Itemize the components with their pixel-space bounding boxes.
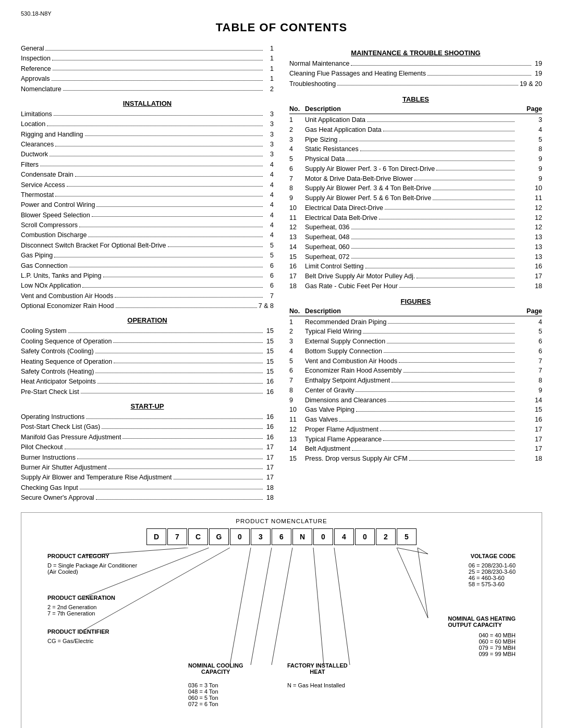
toc-item-label: Inspection (21, 54, 51, 64)
toc-item-label: Vent and Combustion Air Hoods (21, 291, 113, 301)
table-list-item: 14Belt Adjustment17 (289, 444, 542, 454)
toc-item-label: Gas Piping (21, 251, 53, 261)
table-item-no: 5 (289, 356, 305, 366)
toc-item-page: 4 (264, 180, 274, 190)
toc-item-page: 16 (264, 387, 274, 397)
nom-box: G (209, 528, 229, 545)
table-item-no: 16 (289, 262, 305, 272)
toc-list-item: Approvals1 (21, 74, 274, 84)
tables-entries: 1Unit Application Data32Gas Heat Applica… (289, 115, 542, 291)
toc-item-label: Gas Connection (21, 261, 68, 271)
toc-item-label: Optional Economizer Rain Hood (21, 301, 114, 311)
nom-box: 0 (355, 528, 375, 545)
toc-item-page: 16 (264, 412, 274, 422)
figures-header: No. Description Page (289, 307, 542, 316)
toc-item-page: 19 (533, 69, 542, 79)
factory-heat-label: FACTORY INSTALLEDHEAT (287, 662, 348, 675)
table-item-no: 2 (289, 327, 305, 337)
toc-item-page: 7 (264, 291, 274, 301)
toc-list-item: L.P. Units, Tanks and Piping6 (21, 271, 274, 281)
table-item-desc: Economizer Rain Hood Assembly (305, 366, 402, 376)
toc-item-label: Troubleshooting (289, 79, 336, 89)
table-item-no: 4 (289, 347, 305, 356)
table-item-page: 3 (516, 115, 542, 125)
toc-item-page: 16 (264, 422, 274, 432)
toc-list-item: Gas Connection6 (21, 261, 274, 271)
nom-box: 5 (397, 528, 417, 545)
table-item-desc: Gas Valve Piping (305, 405, 354, 415)
table-item-no: 7 (289, 376, 305, 386)
nom-box: 0 (313, 528, 333, 545)
toc-left: General1Inspection1Reference1Approvals1N… (21, 44, 274, 503)
toc-list-item: Ductwork3 (21, 150, 274, 159)
table-list-item: 5Physical Data9 (289, 154, 542, 164)
table-list-item: 1Recommended Drain Piping4 (289, 317, 542, 327)
table-item-no: 3 (289, 135, 305, 145)
toc-item-label: Burner Instructions (21, 453, 76, 463)
toc-item-label: Disconnect Switch Bracket For Optional B… (21, 241, 166, 251)
toc-item-label: Cooling Sequence of Operation (21, 337, 112, 347)
table-list-item: 15Press. Drop versus Supply Air CFM18 (289, 454, 542, 464)
figures-entries: 1Recommended Drain Piping42Typical Field… (289, 317, 542, 464)
table-list-item: 3External Supply Connection6 (289, 337, 542, 347)
table-item-page: 4 (516, 125, 542, 135)
table-item-desc: Belt Adjustment (305, 444, 350, 454)
table-item-desc: Limit Control Setting (305, 262, 364, 272)
table-list-item: 9Dimensions and Clearances14 (289, 396, 542, 405)
product-generation-desc: 2 = 2nd Generation7 = 7th Generation (47, 604, 97, 616)
table-list-item: 11Gas Valves16 (289, 415, 542, 425)
toc-list-item: Checking Gas Input18 (21, 483, 274, 493)
table-item-desc: Supply Air Blower Perf. 5 & 6 Ton Belt-D… (305, 193, 431, 203)
table-list-item: 1Unit Application Data3 (289, 115, 542, 125)
svg-line-11 (397, 548, 428, 618)
table-item-desc: Static Resistances (305, 144, 359, 154)
toc-item-page: 1 (264, 64, 274, 74)
nomenclature-title: PRODUCT NOMENCLATURE (32, 518, 531, 524)
toc-list-item: Filters4 (21, 160, 274, 170)
figures-col-page: Page (516, 307, 542, 315)
table-list-item: 12Superheat, 03612 (289, 223, 542, 232)
nom-box: 7 (167, 528, 187, 545)
maintenance-title: MAINTENANCE & TROUBLE SHOOTING (289, 49, 542, 57)
toc-item-label: Reference (21, 64, 51, 74)
nominal-cooling-desc: 036 = 3 Ton048 = 4 Ton060 = 5 Ton072 = 6… (188, 682, 218, 707)
figures-col-no: No. (289, 307, 305, 315)
table-item-desc: Superheat, 072 (305, 252, 350, 262)
table-item-page: 5 (516, 327, 542, 337)
toc-list-item: Optional Economizer Rain Hood7 & 8 (21, 301, 274, 311)
voltage-code-desc: 06 = 208/230-1-6025 = 208/230-3-6046 = 4… (469, 562, 516, 587)
table-item-desc: Press. Drop versus Supply Air CFM (305, 454, 408, 464)
table-list-item: 12Proper Flame Adjustment17 (289, 425, 542, 435)
toc-list-item: Heating Sequence of Operation15 (21, 357, 274, 367)
toc-list-item: Normal Maintenance19 (289, 59, 542, 69)
nom-boxes: D7CG036N04025 (146, 528, 417, 545)
svg-line-12 (418, 548, 428, 618)
toc-list-item: Heat Anticipator Setpoints16 (21, 377, 274, 387)
toc-item-page: 1 (264, 44, 274, 54)
toc-item-label: Secure Owner's Approval (21, 493, 94, 503)
nom-box: 0 (230, 528, 250, 545)
table-list-item: 4Static Resistances8 (289, 144, 542, 154)
toc-list-item: Nomenclature2 (21, 84, 274, 94)
toc-item-page: 18 (264, 493, 274, 503)
table-item-desc: Vent and Combustion Air Hoods (305, 356, 397, 366)
table-item-page: 17 (516, 272, 542, 281)
table-item-desc: Gas Valves (305, 415, 338, 425)
toc-list-item: Burner Instructions17 (21, 453, 274, 463)
toc-list-item: Service Access4 (21, 180, 274, 190)
table-item-page: 12 (516, 223, 542, 232)
page-title: TABLE OF CONTENTS (21, 21, 542, 34)
figures-col-desc: Description (305, 307, 516, 315)
toc-item-page: 6 (264, 261, 274, 271)
toc-item-label: Combustion Discharge (21, 230, 87, 240)
toc-list-item: Manifold Gas Pressure Adjustment16 (21, 433, 274, 442)
table-item-no: 18 (289, 281, 305, 291)
toc-item-label: Filters (21, 160, 39, 170)
toc-item-label: Pre-Start Check List (21, 387, 79, 397)
nom-box: N (292, 528, 312, 545)
operation-title: OPERATION (21, 316, 274, 324)
toc-item-page: 4 (264, 190, 274, 200)
table-item-no: 1 (289, 317, 305, 327)
toc-item-page: 15 (264, 347, 274, 356)
toc-item-label: Post-Start Check List (Gas) (21, 422, 100, 432)
